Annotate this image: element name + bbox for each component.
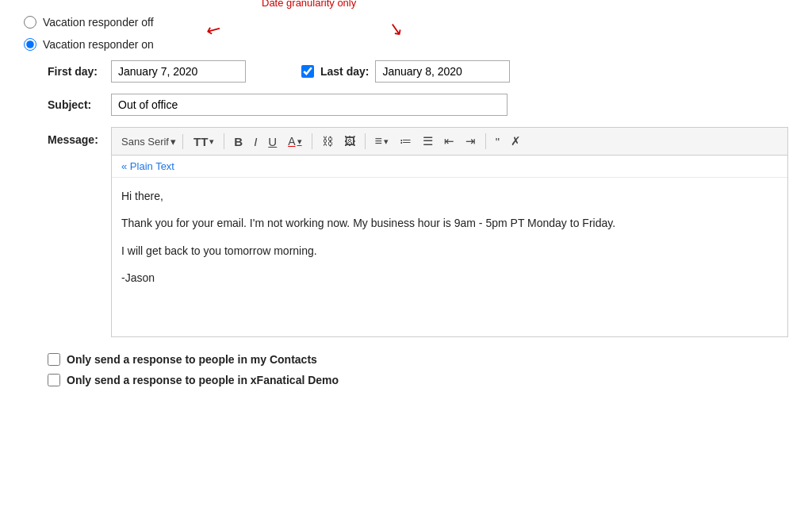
image-button[interactable]: 🖼 xyxy=(340,133,359,150)
text-size-button[interactable]: TT ▾ xyxy=(190,133,218,151)
align-dropdown-icon: ▾ xyxy=(384,136,389,147)
xfanatical-checkbox[interactable] xyxy=(48,374,60,386)
align-button[interactable]: ≡ ▾ xyxy=(371,132,393,151)
vacation-off-radio[interactable] xyxy=(24,16,36,29)
vacation-on-radio[interactable] xyxy=(24,38,36,51)
message-line-3: I will get back to you tomorrow morning. xyxy=(121,242,778,259)
link-button[interactable]: ⛓ xyxy=(318,133,337,150)
callout-text: Date granularity only xyxy=(262,0,356,9)
italic-button[interactable]: I xyxy=(250,133,261,151)
last-day-group: Last day: xyxy=(301,60,510,83)
plain-text-link[interactable]: « Plain Text xyxy=(112,156,787,178)
message-editor: Sans Serif ▾ TT ▾ B I U A xyxy=(111,127,788,337)
vacation-responder-off-row: Vacation responder off xyxy=(24,16,788,29)
message-body[interactable]: Hi there, Thank you for your email. I'm … xyxy=(112,178,787,336)
toolbar-divider-4 xyxy=(485,133,486,149)
italic-icon: I xyxy=(254,135,257,148)
bullet-list-icon: ☰ xyxy=(423,134,433,148)
vacation-off-label: Vacation responder off xyxy=(43,16,154,29)
contacts-label: Only send a response to people in my Con… xyxy=(67,353,317,366)
toolbar-divider-1 xyxy=(224,133,224,149)
message-line-1: Hi there, xyxy=(121,187,778,205)
date-row: First day: Last day: xyxy=(48,60,788,83)
align-icon: ≡ xyxy=(375,134,382,148)
first-day-input[interactable] xyxy=(111,60,246,83)
underline-icon: U xyxy=(268,135,277,148)
indent-more-button[interactable]: ⇥ xyxy=(462,132,480,151)
indent-less-icon: ⇤ xyxy=(444,134,454,148)
text-size-icon: TT xyxy=(193,135,208,148)
numbered-list-icon: ≔ xyxy=(400,134,412,148)
message-line-4: -Jason xyxy=(121,269,778,286)
blockquote-icon: " xyxy=(496,135,500,148)
font-color-icon: A xyxy=(288,135,295,148)
xfanatical-label: Only send a response to people in xFanat… xyxy=(67,374,339,386)
bullet-list-button[interactable]: ☰ xyxy=(419,132,437,151)
font-selector[interactable]: Sans Serif ▾ xyxy=(118,134,183,149)
vacation-responder-on-row: Vacation responder on xyxy=(24,38,788,51)
toolbar-divider-3 xyxy=(365,133,366,149)
contacts-checkbox-row: Only send a response to people in my Con… xyxy=(48,353,788,366)
vacation-on-label: Vacation responder on xyxy=(43,38,154,51)
editor-toolbar: Sans Serif ▾ TT ▾ B I U A xyxy=(112,128,787,156)
numbered-list-button[interactable]: ≔ xyxy=(396,132,416,151)
last-day-checkbox[interactable] xyxy=(301,65,314,78)
contacts-checkbox[interactable] xyxy=(48,353,60,366)
indent-less-button[interactable]: ⇤ xyxy=(440,132,458,151)
xfanatical-checkbox-row: Only send a response to people in xFanat… xyxy=(48,374,788,386)
clear-format-icon: ✗ xyxy=(511,134,521,148)
font-dropdown-icon: ▾ xyxy=(170,136,176,148)
blockquote-button[interactable]: " xyxy=(492,133,504,151)
text-size-dropdown-icon: ▾ xyxy=(209,136,214,147)
link-icon: ⛓ xyxy=(322,135,333,148)
underline-button[interactable]: U xyxy=(264,133,281,151)
last-day-input[interactable] xyxy=(375,60,510,83)
message-row: Message: Sans Serif ▾ TT ▾ B I xyxy=(48,127,788,337)
message-line-2: Thank you for your email. I'm not workin… xyxy=(121,214,778,232)
bold-icon: B xyxy=(234,135,243,148)
subject-row: Subject: xyxy=(48,94,788,116)
font-name: Sans Serif xyxy=(121,136,169,148)
message-label: Message: xyxy=(48,133,103,146)
font-color-dropdown-icon: ▾ xyxy=(297,136,302,147)
subject-input[interactable] xyxy=(111,94,508,116)
toolbar-divider-2 xyxy=(312,133,312,149)
image-icon: 🖼 xyxy=(344,135,355,148)
clear-format-button[interactable]: ✗ xyxy=(507,132,525,151)
subject-label: Subject: xyxy=(48,98,103,111)
indent-more-icon: ⇥ xyxy=(465,134,476,148)
font-color-button[interactable]: A ▾ xyxy=(284,133,305,150)
first-day-label: First day: xyxy=(48,65,103,78)
last-day-label: Last day: xyxy=(320,65,369,78)
bold-button[interactable]: B xyxy=(230,133,247,151)
